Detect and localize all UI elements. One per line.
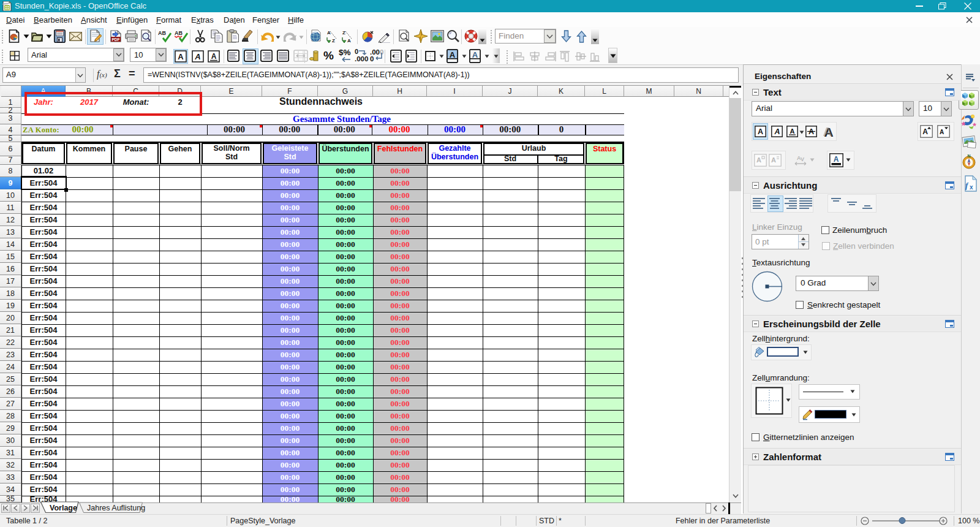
svg-text:V: V <box>801 156 804 162</box>
svg-text:A: A <box>450 50 456 59</box>
svg-text:A: A <box>774 127 780 136</box>
svg-text:A: A <box>940 129 944 135</box>
svg-text:AB: AB <box>158 30 166 36</box>
svg-text:A: A <box>834 155 839 164</box>
svg-text:A: A <box>178 52 184 61</box>
svg-text:Z: Z <box>342 30 345 36</box>
svg-text:A: A <box>922 127 928 136</box>
svg-text:A: A <box>327 30 331 36</box>
svg-text:A: A <box>771 156 776 164</box>
svg-text:A: A <box>758 127 763 136</box>
svg-text:A: A <box>194 52 200 61</box>
svg-text:A: A <box>823 124 832 138</box>
svg-text:A: A <box>790 127 795 135</box>
svg-text:N: N <box>967 154 970 158</box>
svg-text:x: x <box>970 184 973 191</box>
svg-text:A: A <box>756 156 761 164</box>
svg-text:AB: AB <box>175 30 183 36</box>
svg-text:PDF: PDF <box>112 37 120 42</box>
svg-text:A: A <box>347 38 351 43</box>
svg-text:Z: Z <box>332 38 335 43</box>
svg-text:A: A <box>472 50 478 59</box>
svg-text:A: A <box>211 52 217 61</box>
